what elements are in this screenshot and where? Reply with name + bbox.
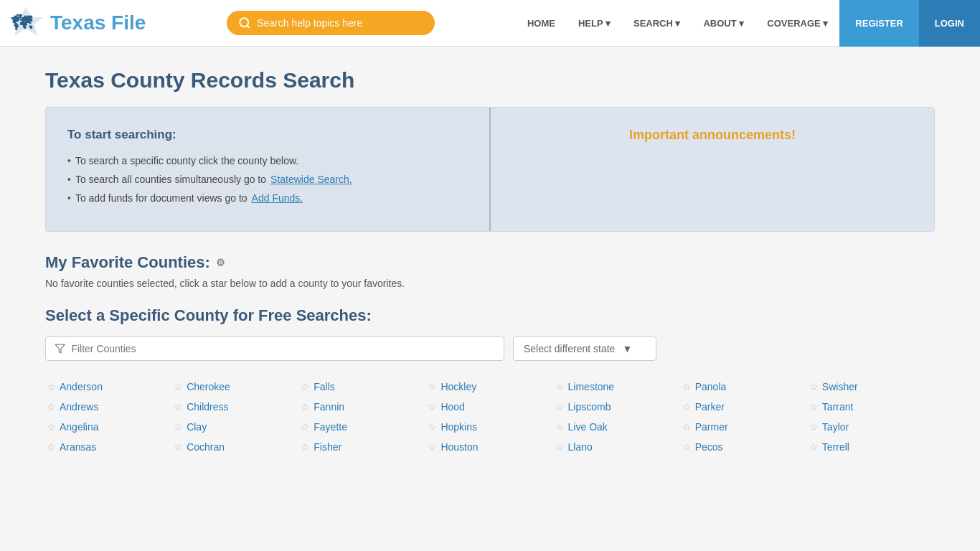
county-link[interactable]: Terrell (822, 441, 849, 453)
list-item: ☆ Panola (681, 378, 808, 395)
county-filter-box[interactable] (45, 336, 504, 361)
search-input[interactable] (257, 17, 415, 29)
list-item: ☆ Swisher (808, 378, 935, 395)
county-star-icon[interactable]: ☆ (682, 401, 692, 413)
county-star-icon[interactable]: ☆ (174, 381, 183, 392)
list-item: ☆ Cherokee (172, 378, 299, 395)
info-bullets: To search a specific county click the co… (67, 155, 468, 204)
county-link[interactable]: Panola (695, 381, 727, 392)
list-item: ☆ Hockley (426, 378, 553, 395)
nav-search[interactable]: SEARCH ▾ (622, 0, 692, 47)
county-star-icon[interactable]: ☆ (301, 421, 310, 433)
logo[interactable]: 🗺 Texas File (7, 4, 146, 42)
list-item: ☆ Childress (172, 398, 299, 415)
county-link[interactable]: Fayette (314, 421, 347, 433)
county-star-icon[interactable]: ☆ (301, 401, 310, 413)
county-link[interactable]: Hood (440, 401, 464, 413)
county-star-icon[interactable]: ☆ (555, 441, 565, 453)
add-funds-link[interactable]: Add Funds. (252, 192, 303, 204)
list-item: ☆ Anderson (45, 378, 172, 395)
info-left-panel: To start searching: To search a specific… (46, 108, 491, 231)
nav-help[interactable]: HELP ▾ (567, 0, 622, 47)
county-star-icon[interactable]: ☆ (555, 381, 565, 392)
favorites-gear-icon[interactable]: ⚙ (216, 257, 225, 268)
county-star-icon[interactable]: ☆ (682, 381, 692, 392)
county-star-icon[interactable]: ☆ (174, 441, 183, 453)
list-item: ☆ Lipscomb (554, 398, 681, 415)
list-item: ☆ Parker (681, 398, 808, 415)
county-star-icon[interactable]: ☆ (301, 381, 310, 392)
county-link[interactable]: Cherokee (187, 381, 230, 392)
header: 🗺 Texas File HOME HELP ▾ SEARCH ▾ ABOUT … (0, 0, 980, 47)
county-link[interactable]: Fisher (314, 441, 341, 453)
nav-about[interactable]: ABOUT ▾ (692, 0, 755, 47)
county-link[interactable]: Parker (695, 401, 725, 413)
county-star-icon[interactable]: ☆ (174, 421, 183, 433)
county-link[interactable]: Houston (440, 441, 478, 453)
dropdown-chevron-icon: ▼ (622, 343, 632, 354)
county-star-icon[interactable]: ☆ (809, 421, 819, 433)
register-button[interactable]: REGISTER (839, 0, 918, 47)
logo-icon: 🗺 (7, 4, 44, 42)
county-link[interactable]: Hopkins (440, 421, 477, 433)
county-link[interactable]: Taylor (822, 421, 849, 433)
list-item: ☆ Pecos (681, 438, 808, 456)
county-link[interactable]: Cochran (187, 441, 225, 453)
county-star-icon[interactable]: ☆ (47, 401, 56, 413)
county-link[interactable]: Llano (568, 441, 593, 453)
county-star-icon[interactable]: ☆ (682, 441, 692, 453)
list-item: ☆ Angelina (45, 418, 172, 435)
county-star-icon[interactable]: ☆ (301, 441, 310, 453)
county-star-icon[interactable]: ☆ (682, 421, 692, 433)
login-button[interactable]: LOGIN (919, 0, 980, 47)
county-section: Select a Specific County for Free Search… (45, 306, 935, 456)
list-item: ☆ Houston (426, 438, 553, 456)
county-star-icon[interactable]: ☆ (809, 381, 819, 392)
county-star-icon[interactable]: ☆ (47, 381, 56, 392)
list-item: ☆ Fannin (299, 398, 426, 415)
county-link[interactable]: Pecos (695, 441, 723, 453)
county-star-icon[interactable]: ☆ (555, 421, 565, 433)
county-link[interactable]: Clay (187, 421, 207, 433)
search-bar[interactable] (227, 11, 435, 35)
county-star-icon[interactable]: ☆ (47, 441, 56, 453)
county-link[interactable]: Fannin (314, 401, 344, 413)
county-link[interactable]: Limestone (568, 381, 615, 392)
county-star-icon[interactable]: ☆ (809, 441, 819, 453)
county-link[interactable]: Falls (314, 381, 335, 392)
county-star-icon[interactable]: ☆ (47, 421, 56, 433)
county-star-icon[interactable]: ☆ (428, 421, 437, 433)
county-link[interactable]: Angelina (60, 421, 99, 433)
county-link[interactable]: Swisher (822, 381, 858, 392)
nav-home[interactable]: HOME (516, 0, 567, 47)
list-item: ☆ Clay (172, 418, 299, 435)
county-star-icon[interactable]: ☆ (428, 401, 437, 413)
list-item: ☆ Andrews (45, 398, 172, 415)
county-link[interactable]: Hockley (440, 381, 476, 392)
county-grid: ☆ Anderson ☆ Cherokee ☆ Falls ☆ Hockley … (45, 378, 935, 456)
county-link[interactable]: Lipscomb (568, 401, 611, 413)
county-link[interactable]: Anderson (60, 381, 103, 392)
county-filter-input[interactable] (71, 343, 495, 354)
county-star-icon[interactable]: ☆ (428, 381, 437, 392)
county-link[interactable]: Andrews (60, 401, 98, 413)
list-item: ☆ Tarrant (808, 398, 935, 415)
list-item: ☆ Hood (426, 398, 553, 415)
svg-line-3 (248, 25, 250, 27)
county-link[interactable]: Childress (187, 401, 228, 413)
list-item: ☆ Fayette (299, 418, 426, 435)
county-link[interactable]: Aransas (60, 441, 96, 453)
list-item: ☆ Llano (554, 438, 681, 456)
county-link[interactable]: Parmer (695, 421, 728, 433)
list-item: ☆ Live Oak (554, 418, 681, 435)
county-star-icon[interactable]: ☆ (555, 401, 565, 413)
county-link[interactable]: Live Oak (568, 421, 608, 433)
county-star-icon[interactable]: ☆ (809, 401, 819, 413)
statewide-search-link[interactable]: Statewide Search. (270, 174, 352, 185)
bullet-2: To search all counties simultaneously go… (67, 174, 468, 185)
county-star-icon[interactable]: ☆ (174, 401, 183, 413)
county-star-icon[interactable]: ☆ (428, 441, 437, 453)
state-select-dropdown[interactable]: Select different state ▼ (513, 336, 656, 361)
nav-coverage[interactable]: COVERAGE ▾ (755, 0, 839, 47)
county-link[interactable]: Tarrant (822, 401, 854, 413)
